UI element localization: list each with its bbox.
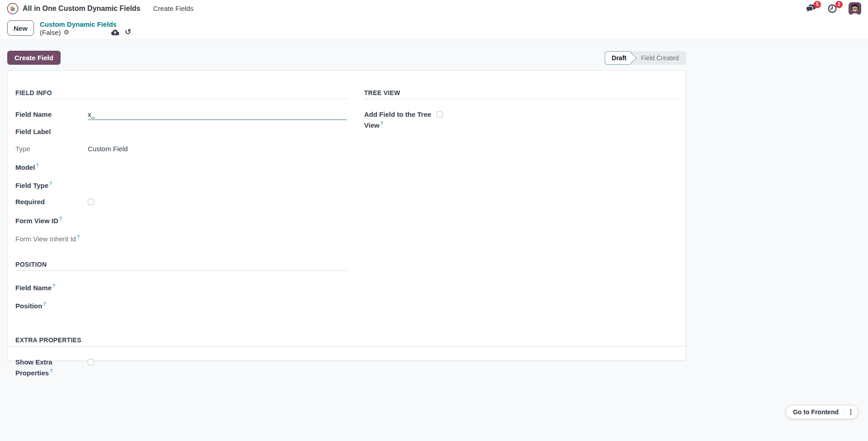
section-tree-view: TREE VIEW Add Field to the Tree View? bbox=[364, 89, 678, 130]
app-icon[interactable] bbox=[7, 3, 19, 14]
required-checkbox[interactable] bbox=[88, 199, 94, 205]
show-extra-properties-label: Show Extra Properties? bbox=[15, 358, 88, 378]
go-to-frontend-button[interactable]: Go to Frontend bbox=[787, 408, 844, 416]
section-position: POSITION Field Name? Position? bbox=[15, 260, 347, 311]
status-field-created[interactable]: Field Created bbox=[630, 51, 686, 65]
row-type: Type Custom Field bbox=[15, 144, 347, 154]
form-view: Create Field Draft Field Created FIELD I… bbox=[0, 40, 868, 441]
form-sheet: FIELD INFO Field Name bbox=[7, 70, 686, 361]
row-form-view-inherit-id: Form View Inherit Id? bbox=[15, 233, 347, 244]
user-avatar[interactable] bbox=[849, 2, 861, 15]
section-title-field-info: FIELD INFO bbox=[15, 89, 347, 97]
position-field-name-value[interactable] bbox=[88, 282, 347, 292]
breadcrumb: Custom Dynamic Fields (False) ⚙ ↺ bbox=[40, 20, 131, 36]
form-view-id-label: Form View ID? bbox=[15, 215, 88, 225]
new-button[interactable]: New bbox=[7, 20, 34, 36]
model-value[interactable] bbox=[88, 161, 347, 172]
row-field-label: Field Label bbox=[15, 127, 347, 137]
position-value[interactable] bbox=[88, 300, 347, 311]
position-field-name-label: Field Name? bbox=[15, 282, 88, 292]
help-icon[interactable]: ? bbox=[36, 163, 38, 168]
cloud-save-icon[interactable] bbox=[111, 29, 119, 36]
create-field-button[interactable]: Create Field bbox=[7, 51, 61, 65]
type-value: Custom Field bbox=[88, 144, 347, 154]
row-show-extra-properties: Show Extra Properties? bbox=[15, 358, 678, 378]
activities-badge: 2 bbox=[835, 1, 843, 8]
activities-button[interactable]: 2 bbox=[827, 3, 839, 14]
required-label: Required bbox=[15, 197, 88, 207]
position-label: Position? bbox=[15, 300, 88, 311]
add-field-tree-checkbox[interactable] bbox=[436, 111, 443, 118]
breadcrumb-link[interactable]: Custom Dynamic Fields bbox=[40, 20, 131, 28]
help-icon[interactable]: ? bbox=[49, 181, 52, 186]
section-title-tree-view: TREE VIEW bbox=[364, 89, 678, 97]
form-view-inherit-id-label: Form View Inherit Id? bbox=[15, 233, 88, 244]
record-name: (False) bbox=[40, 29, 61, 36]
help-icon[interactable]: ? bbox=[50, 369, 52, 374]
section-title-extra-properties: EXTRA PROPERTIES bbox=[8, 336, 686, 345]
clock-icon bbox=[827, 8, 838, 15]
help-icon[interactable]: ? bbox=[52, 283, 55, 288]
form-view-inherit-id-value bbox=[88, 233, 347, 244]
status-draft[interactable]: Draft bbox=[605, 51, 630, 65]
control-panel: New Custom Dynamic Fields (False) ⚙ ↺ bbox=[0, 17, 868, 40]
help-icon[interactable]: ? bbox=[43, 302, 46, 307]
row-field-name: Field Name bbox=[15, 110, 347, 120]
row-form-view-id: Form View ID? bbox=[15, 215, 347, 225]
row-add-field-tree: Add Field to the Tree View? bbox=[364, 110, 678, 130]
field-name-label: Field Name bbox=[15, 110, 88, 120]
show-extra-properties-checkbox[interactable] bbox=[88, 359, 94, 365]
row-position-field-name: Field Name? bbox=[15, 282, 347, 292]
row-field-type: Field Type? bbox=[15, 179, 347, 190]
section-extra-properties: EXTRA PROPERTIES Show Extra Properties? bbox=[8, 336, 686, 378]
gear-icon[interactable]: ⚙ bbox=[64, 29, 70, 36]
field-label-label: Field Label bbox=[15, 127, 88, 137]
field-name-input[interactable] bbox=[88, 110, 347, 120]
add-field-tree-label: Add Field to the Tree View? bbox=[364, 110, 436, 130]
menu-create-fields[interactable]: Create Fields bbox=[150, 3, 197, 14]
messages-badge: 5 bbox=[814, 1, 821, 8]
messages-button[interactable]: 5 bbox=[805, 3, 817, 14]
top-navbar: All in One Custom Dynamic Fields Create … bbox=[0, 0, 868, 17]
help-icon[interactable]: ? bbox=[77, 235, 80, 240]
row-required: Required bbox=[15, 197, 347, 207]
app-title[interactable]: All in One Custom Dynamic Fields bbox=[23, 5, 141, 13]
section-title-position: POSITION bbox=[15, 260, 347, 269]
form-view-id-value[interactable] bbox=[88, 215, 347, 225]
field-label-input[interactable] bbox=[88, 128, 347, 137]
frontend-fab: Go to Frontend ⋮ bbox=[786, 405, 858, 419]
action-row: Create Field Draft Field Created bbox=[0, 40, 868, 65]
statusbar: Draft Field Created bbox=[605, 51, 686, 65]
help-icon[interactable]: ? bbox=[59, 216, 62, 221]
section-field-info: FIELD INFO Field Name bbox=[15, 89, 347, 244]
field-type-value[interactable] bbox=[88, 179, 347, 190]
field-type-label: Field Type? bbox=[15, 179, 88, 190]
model-label: Model? bbox=[15, 161, 88, 172]
chat-bubbles-icon bbox=[805, 8, 817, 15]
help-icon[interactable]: ? bbox=[380, 121, 383, 126]
undo-icon[interactable]: ↺ bbox=[125, 29, 131, 35]
row-model: Model? bbox=[15, 161, 347, 172]
row-position: Position? bbox=[15, 300, 347, 311]
kebab-menu-icon[interactable]: ⋮ bbox=[844, 406, 857, 418]
type-label: Type bbox=[15, 144, 88, 154]
